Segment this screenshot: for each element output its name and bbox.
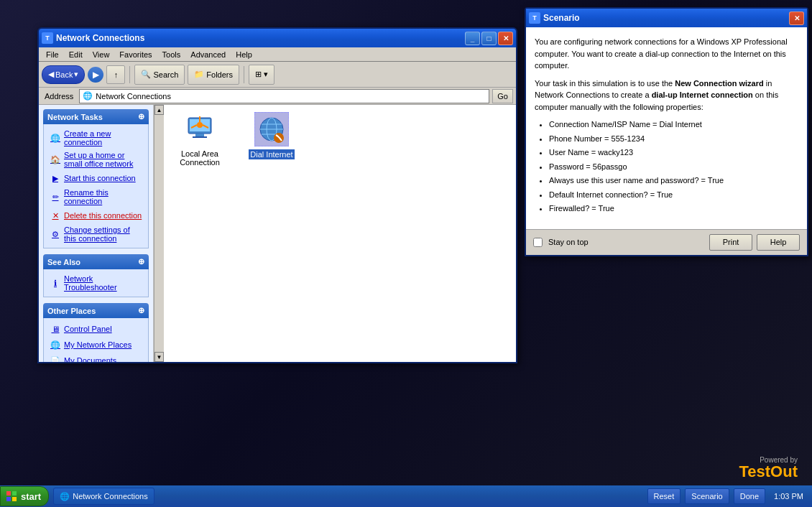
rename-icon: ✏	[50, 191, 61, 203]
window-title-text: Network Connections	[56, 33, 462, 43]
help-button[interactable]: Help	[757, 234, 800, 251]
toolbar: ◀ Back ▾ ▶ ↑ 🔍 Search 📁 Folders ⊞ ▾	[39, 62, 516, 88]
taskbar-network-connections[interactable]: 🌐 Network Connections	[53, 488, 154, 505]
scroll-down-button[interactable]: ▼	[154, 352, 164, 362]
scenario-paragraph-1: You are configuring network connections …	[535, 36, 798, 72]
sidebar-link-my-network[interactable]: 🌐 My Network Places	[44, 337, 148, 353]
svg-rect-16	[6, 497, 11, 501]
troubleshooter-icon: ℹ	[50, 277, 61, 289]
local-area-connection-svg	[183, 112, 217, 146]
network-tasks-header[interactable]: Network Tasks ⊕	[43, 109, 149, 124]
scroll-track	[154, 115, 164, 352]
toolbar-separator-2	[244, 66, 244, 83]
sidebar-link-settings[interactable]: ⚙ Change settings of this connection	[44, 223, 148, 245]
setup-home-icon: 🏠	[50, 154, 61, 165]
see-also-header[interactable]: See Also ⊕	[43, 254, 149, 269]
scenario-footer-left: Stay on top	[533, 238, 705, 247]
done-button[interactable]: Done	[734, 488, 765, 504]
scenario-prop-6: Default Internet connection? = True	[549, 189, 798, 201]
address-input[interactable]: 🌐 Network Connections	[79, 89, 489, 103]
menubar: File Edit View Favorites Tools Advanced …	[39, 47, 516, 62]
folders-button[interactable]: 📁 Folders	[188, 65, 239, 85]
sidebar-link-rename[interactable]: ✏ Rename this connection	[44, 186, 148, 208]
collapse-icon: ⊕	[138, 112, 144, 121]
delete-icon: ✕	[50, 210, 61, 221]
start-icon	[5, 490, 18, 503]
sidebar-link-start-connection[interactable]: ▶ Start this connection	[44, 170, 148, 186]
maximize-button[interactable]: □	[481, 32, 497, 45]
window-content: Network Tasks ⊕ 🌐 Create a new connectio…	[39, 105, 516, 362]
my-documents-icon: 📄	[50, 355, 61, 362]
sidebar-scrollbar[interactable]: ▲ ▼	[154, 105, 164, 362]
settings-icon: ⚙	[50, 228, 61, 240]
stay-on-top-checkbox[interactable]	[533, 238, 543, 247]
menu-edit[interactable]: Edit	[65, 49, 87, 60]
window-title-icon: T	[42, 32, 53, 44]
views-button[interactable]: ⊞ ▾	[249, 65, 274, 85]
other-places-collapse-icon: ⊕	[138, 306, 144, 315]
local-area-connection-icon[interactable]: Local Area Connection	[171, 112, 229, 167]
svg-rect-15	[12, 491, 17, 496]
scenario-body: You are configuring network connections …	[526, 27, 807, 229]
menu-favorites[interactable]: Favorites	[115, 49, 156, 60]
up-folder-button[interactable]: ↑	[106, 65, 125, 84]
back-dropdown-icon[interactable]: ▾	[74, 70, 78, 79]
sidebar-link-setup-home[interactable]: 🏠 Set up a home or small office network	[44, 149, 148, 170]
scenario-prop-4: Password = 56passgo	[549, 161, 798, 173]
desktop: T Network Connections _ □ ✕ File Edit Vi…	[0, 0, 812, 507]
print-button[interactable]: Print	[709, 234, 752, 251]
other-places-body: 🖥 Control Panel 🌐 My Network Places 📄 My…	[43, 318, 149, 362]
go-button[interactable]: Go	[492, 89, 513, 103]
start-connection-icon: ▶	[50, 172, 61, 184]
scenario-window-controls: ✕	[789, 11, 804, 25]
stay-on-top-label: Stay on top	[548, 238, 589, 246]
see-also-collapse-icon: ⊕	[138, 257, 144, 266]
menu-file[interactable]: File	[42, 49, 63, 60]
network-connections-window: T Network Connections _ □ ✕ File Edit Vi…	[37, 27, 517, 363]
sidebar-link-create-connection[interactable]: 🌐 Create a new connection	[44, 127, 148, 149]
svg-rect-2	[195, 134, 204, 136]
my-network-icon: 🌐	[50, 339, 61, 350]
close-button[interactable]: ✕	[498, 32, 513, 45]
menu-advanced[interactable]: Advanced	[186, 49, 230, 60]
menu-view[interactable]: View	[88, 49, 114, 60]
svg-point-4	[197, 122, 203, 128]
control-panel-icon: 🖥	[50, 323, 61, 335]
create-connection-icon: 🌐	[50, 132, 61, 144]
scenario-close-button[interactable]: ✕	[789, 11, 804, 25]
network-tasks-body: 🌐 Create a new connection 🏠 Set up a hom…	[43, 124, 149, 248]
scenario-prop-1: Connection Name/ISP Name = Dial Internet	[549, 118, 798, 131]
scenario-prop-5: Always use this user name and password? …	[549, 175, 798, 187]
scenario-footer-right: Print Help	[709, 234, 800, 251]
sidebar-link-control-panel[interactable]: 🖥 Control Panel	[44, 321, 148, 337]
search-icon: 🔍	[141, 70, 151, 79]
scenario-prop-3: User Name = wacky123	[549, 146, 798, 159]
window-titlebar: T Network Connections _ □ ✕	[39, 29, 516, 47]
start-button[interactable]: start	[0, 486, 49, 506]
reset-button[interactable]: Reset	[647, 488, 681, 504]
taskbar: start 🌐 Network Connections Reset Scenar…	[0, 485, 812, 507]
icon-grid: Local Area Connection	[171, 112, 300, 167]
forward-button[interactable]: ▶	[88, 67, 103, 83]
scenario-taskbar-button[interactable]: Scenario	[685, 488, 729, 504]
sidebar-link-troubleshooter[interactable]: ℹ Network Troubleshooter	[44, 272, 148, 294]
scenario-paragraph-2: Your task in this simulation is to use t…	[535, 78, 798, 113]
scroll-up-button[interactable]: ▲	[154, 105, 164, 115]
back-button[interactable]: ◀ Back ▾	[42, 65, 85, 84]
svg-rect-14	[6, 491, 11, 496]
dial-internet-label: Dial Internet	[249, 149, 294, 159]
local-area-connection-label: Local Area Connection	[171, 149, 229, 167]
scenario-prop-2: Phone Number = 555-1234	[549, 133, 798, 145]
search-button[interactable]: 🔍 Search	[134, 65, 185, 85]
svg-rect-17	[12, 497, 17, 501]
sidebar-link-delete[interactable]: ✕ Delete this connection	[44, 208, 148, 223]
local-area-connection-img	[183, 112, 217, 146]
dial-internet-icon[interactable]: Dial Internet	[243, 112, 300, 159]
sidebar-link-my-documents[interactable]: 📄 My Documents	[44, 353, 148, 362]
other-places-header[interactable]: Other Places ⊕	[43, 303, 149, 318]
menu-tools[interactable]: Tools	[158, 49, 185, 60]
taskbar-right: Reset Scenario Done 1:03 PM	[647, 488, 812, 504]
minimize-button[interactable]: _	[465, 32, 480, 45]
menu-help[interactable]: Help	[231, 49, 257, 60]
see-also-body: ℹ Network Troubleshooter	[43, 269, 149, 297]
